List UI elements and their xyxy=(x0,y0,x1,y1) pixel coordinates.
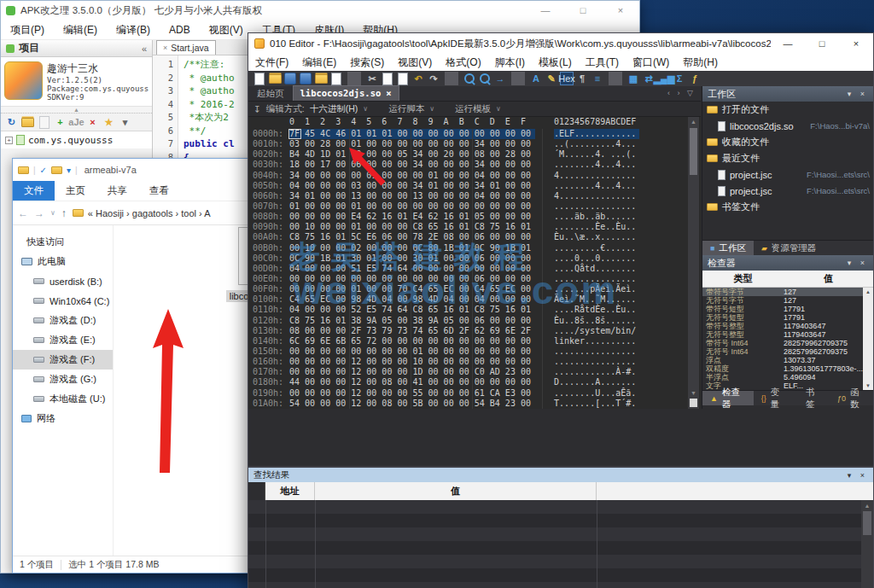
up-icon[interactable]: ↑ xyxy=(61,207,67,219)
hex-row[interactable]: 0030h: 18 00 17 00 06 00 00 00 34 00 00 … xyxy=(248,160,701,170)
panel-menu-close-icons[interactable]: ▾ × xyxy=(848,471,868,480)
hex-ascii[interactable]: ................ xyxy=(554,201,639,212)
hex-row[interactable]: 0050h: 04 00 00 00 03 00 00 00 34 01 00 … xyxy=(248,181,701,191)
hex-row[interactable]: 0040h: 34 00 00 00 00 01 00 00 00 01 00 … xyxy=(248,171,701,181)
hex-bytes[interactable]: B4 4D 1D 01 00 00 00 05 34 00 20 00 08 0… xyxy=(289,149,535,160)
sep[interactable] xyxy=(347,72,361,85)
hex-ascii[interactable]: ....äb..äb...... xyxy=(554,212,639,222)
hex-ascii[interactable]: D.......A....... xyxy=(554,377,639,387)
replace-icon[interactable] xyxy=(478,72,492,85)
hex-ascii[interactable]: ................ xyxy=(554,357,639,367)
favorite-caret-icon[interactable]: ▾ xyxy=(118,115,132,130)
calculator-icon[interactable]: ▦ xyxy=(626,72,640,85)
add-icon[interactable]: + xyxy=(53,115,67,130)
close-file-icon[interactable] xyxy=(314,72,328,85)
workspace-tree-item[interactable]: project.jsc F:\Haosi...ets\src\ xyxy=(702,166,873,183)
sidebar-item[interactable]: 游戏盘 (G:) xyxy=(13,370,113,389)
hex-bytes[interactable]: C8 75 16 01 38 9A 05 00 38 9A 05 00 06 0… xyxy=(289,316,535,326)
hex-bytes[interactable]: 01 00 00 00 01 00 00 00 00 00 00 00 00 0… xyxy=(289,201,535,212)
project-tree-root[interactable]: + com.ys.quyousss xyxy=(1,131,152,148)
apk-titlebar[interactable]: APK改之理 3.5.0.0（少月版） 七少月与小米人共有版权 — □ × xyxy=(1,1,639,20)
workspace-tree-item[interactable]: 最近文件 xyxy=(702,150,873,166)
hex-bytes[interactable]: 18 00 17 00 06 00 00 00 34 00 00 00 34 0… xyxy=(289,160,535,170)
hex-bytes[interactable]: 34 01 00 00 13 00 00 00 13 00 00 00 04 0… xyxy=(289,191,535,201)
hex-bytes[interactable]: 00 00 00 00 00 00 00 00 01 00 00 00 00 0… xyxy=(289,346,535,357)
hex-row[interactable]: 0010h: 03 00 28 00 01 00 00 00 00 00 00 … xyxy=(248,139,701,149)
panel-tab[interactable]: {} 变量 xyxy=(754,391,794,405)
paste-icon[interactable] xyxy=(396,72,410,85)
scroll-up-icon[interactable]: ▲ xyxy=(690,117,696,127)
sidebar-item[interactable]: userdisk (B:) xyxy=(13,271,113,291)
column-type[interactable]: 类型 xyxy=(702,272,784,285)
favorite-icon[interactable]: ★ xyxy=(102,115,116,130)
script-icon[interactable]: ƒ xyxy=(688,72,702,85)
apk-menu-item[interactable]: 项目(P) xyxy=(1,20,54,40)
sidebar-item[interactable]: Win10x64 (C:) xyxy=(13,291,113,311)
maximize-button[interactable]: □ xyxy=(805,33,839,54)
explorer-titlebar[interactable]: | ✓ ▾ | armeabi-v7a xyxy=(13,159,248,181)
hex-row[interactable]: 0160h: 00 00 00 00 12 00 00 00 10 00 00 … xyxy=(248,357,701,367)
hex-row[interactable]: 0080h: 00 00 00 00 E4 62 16 01 E4 62 16 … xyxy=(248,212,701,222)
hex-bytes[interactable]: 00 00 00 00 12 00 00 00 1D 00 00 00 C0 A… xyxy=(289,367,535,377)
apk-menu-item[interactable]: 编译(B) xyxy=(107,20,160,40)
hex-ascii[interactable]: ........4...4... xyxy=(554,181,639,191)
hex-ascii[interactable]: linker.......... xyxy=(554,336,639,346)
hex-ascii[interactable]: ..(.........4... xyxy=(554,139,639,149)
hex-row[interactable]: 0060h: 34 01 00 00 13 00 00 00 13 00 00 … xyxy=(248,191,701,201)
hex-row[interactable]: 01A0h: 54 00 00 00 12 00 08 00 5B 00 00 … xyxy=(248,399,701,409)
hex-ascii[interactable]: Èu..\æ..x....... xyxy=(554,232,639,242)
cut-icon[interactable]: ✂ xyxy=(365,72,379,85)
hex-ascii[interactable]: Èu..8š..8š...... xyxy=(554,316,639,326)
scroll-down-icon[interactable]: ▼ xyxy=(690,388,696,399)
find-icon[interactable] xyxy=(463,72,476,85)
inspector-scrollbar[interactable]: ▲ ▼ xyxy=(863,288,873,390)
column-value[interactable]: 值 xyxy=(315,482,597,500)
apk-menu-item[interactable]: 视图(V) xyxy=(200,20,253,40)
minimize-button[interactable]: — xyxy=(527,1,564,20)
apk-menu-item[interactable]: ADB xyxy=(160,20,200,40)
font-icon[interactable]: A xyxy=(529,72,543,85)
minimize-button[interactable]: — xyxy=(771,33,805,54)
ribbon-tab-view[interactable]: 查看 xyxy=(138,181,180,201)
sidebar-item[interactable]: 游戏盘 (F:) xyxy=(13,350,113,370)
editor-titlebar[interactable]: 010 Editor - F:\Haosiji\gagatools\tool\A… xyxy=(248,33,873,54)
back-icon[interactable]: ← xyxy=(18,207,28,219)
refresh-icon[interactable]: ↻ xyxy=(4,115,19,130)
sep[interactable] xyxy=(609,72,622,85)
hex-ascii[interactable]: 4............... xyxy=(554,171,639,181)
scrollbar-thumb[interactable] xyxy=(690,128,697,175)
hex-row[interactable]: 0070h: 01 00 00 00 01 00 00 00 00 00 00 … xyxy=(248,201,701,212)
workspace-tree-item[interactable]: project.jsc F:\Haosi...ets\src\ xyxy=(702,183,873,199)
hex-bytes[interactable]: 54 00 00 00 12 00 08 00 5B 00 00 00 54 B… xyxy=(289,399,535,409)
sidebar-item[interactable]: 游戏盘 (D:) xyxy=(13,311,113,330)
editor-menu-item[interactable]: 搜索(S) xyxy=(343,55,391,70)
hex-row[interactable]: 0140h: 6C 69 6E 6B 65 72 00 00 00 00 00 … xyxy=(248,336,701,346)
panel-splitter[interactable]: ▲ xyxy=(1,107,152,114)
chevron-down-icon[interactable]: ∨ xyxy=(496,105,501,113)
hex-bytes[interactable]: 03 00 28 00 01 00 00 00 00 00 00 00 34 0… xyxy=(289,139,535,149)
explorer-file-area[interactable]: libcocos2djs.so xyxy=(114,225,248,556)
columns-icon[interactable]: ≡ xyxy=(591,72,604,85)
pin-icon[interactable]: ↧ xyxy=(253,104,261,114)
hex-bytes[interactable]: 08 00 00 00 2F 73 79 73 74 65 6D 2F 62 6… xyxy=(289,326,535,336)
workspace-tree-item[interactable]: 收藏的文件 xyxy=(702,134,873,150)
panel-tab[interactable]: ▲ 检查器 xyxy=(702,391,754,405)
panel-tab[interactable]: ■ 工作区 xyxy=(702,241,754,255)
find-results-scrollbar[interactable]: ▲ xyxy=(861,500,873,588)
editor-menu-item[interactable]: 帮助(H) xyxy=(676,55,725,70)
find-results-rows[interactable] xyxy=(248,500,861,588)
undo-icon[interactable]: ↶ xyxy=(411,72,425,85)
tab-libcocos2djs[interactable]: libcocos2djs.so × xyxy=(293,85,399,101)
hex-mode-button[interactable]: Hex xyxy=(560,72,574,85)
editor-menu-item[interactable]: 文件(F) xyxy=(248,55,295,70)
hex-bytes[interactable]: 04 00 00 00 03 00 00 00 34 01 00 00 34 0… xyxy=(289,181,535,191)
editor-menu-item[interactable]: 模板(L) xyxy=(532,55,579,70)
highlight-icon[interactable]: ✎ xyxy=(545,72,558,85)
hex-bytes[interactable]: 34 00 00 00 00 01 00 00 00 01 00 00 04 0… xyxy=(289,171,535,181)
hex-editor-pane[interactable]: ↧ 编辑方式: 十六进制(H) ∨ 运行脚本 ∨ 运行模板 ∨ 0 1 2 3 … xyxy=(248,102,701,409)
hex-scrollbar[interactable]: ▲ ▼ xyxy=(688,117,699,409)
scroll-up-icon[interactable]: ▲ xyxy=(865,500,871,511)
run-script-dropdown[interactable]: 运行脚本 xyxy=(388,103,424,115)
breadcrumb[interactable]: « Haosiji › gagatools › tool › A xyxy=(73,208,211,218)
close-tab-icon[interactable]: × xyxy=(386,86,391,101)
